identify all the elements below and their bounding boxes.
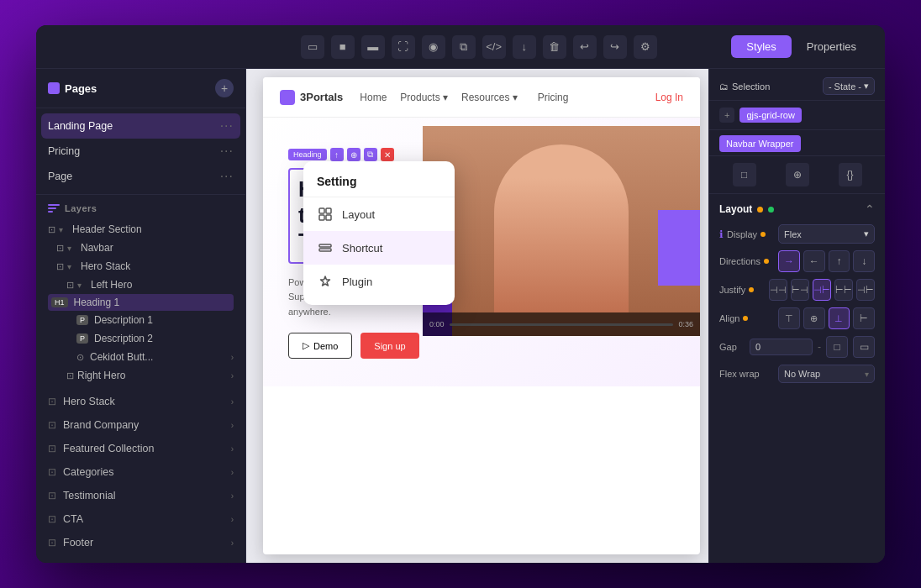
- justify-btn-around[interactable]: ⊢⊢: [834, 279, 853, 301]
- page-item-page[interactable]: Page ···: [36, 164, 245, 189]
- video-progress-bar[interactable]: [450, 323, 674, 326]
- page-menu-landing[interactable]: ···: [220, 118, 234, 134]
- tree-label-desc1: Description 1: [94, 314, 153, 326]
- gap-input[interactable]: 0: [750, 339, 813, 355]
- ctrl-move-icon[interactable]: ⊕: [347, 148, 361, 161]
- canvas-frame: 3Portals Home Products ▾ Resources ▾ Pri…: [263, 77, 700, 554]
- tree-item-heading1[interactable]: H1 Heading 1: [48, 294, 234, 311]
- plus-icon: +: [724, 110, 729, 120]
- toolbar-icon-redo[interactable]: ↪: [603, 35, 627, 59]
- toolbar-icon-responsive[interactable]: ⧉: [452, 35, 476, 59]
- add-class-btn[interactable]: +: [719, 108, 734, 123]
- toolbar-icon-rect[interactable]: ▬: [361, 35, 385, 59]
- page-item-landing[interactable]: Landing Page ···: [41, 113, 240, 139]
- svg-rect-1: [326, 208, 331, 213]
- chevron-right-icon: ›: [231, 397, 234, 407]
- tree-item-left-hero[interactable]: ⊡ ▾ Left Hero: [48, 276, 234, 294]
- nav-link-products[interactable]: Products ▾: [400, 92, 448, 103]
- page-item-pricing[interactable]: Pricing ···: [36, 139, 245, 164]
- tab-properties[interactable]: Properties: [792, 35, 871, 58]
- toolbar-icon-undo[interactable]: ↩: [573, 35, 597, 59]
- dir-btn-up[interactable]: ↑: [829, 250, 850, 272]
- flexwrap-select[interactable]: No Wrap ▾: [778, 365, 875, 383]
- add-page-button[interactable]: +: [215, 79, 234, 97]
- tree-item-right-hero[interactable]: ⊡ Right Hero ›: [48, 366, 234, 385]
- align-btn-bottom[interactable]: ⊥: [829, 307, 850, 329]
- nav-link-pricing[interactable]: Pricing: [538, 92, 569, 103]
- canvas-video: ▶ 0:00 0:36: [423, 126, 700, 336]
- popup-item-shortcut[interactable]: Shortcut: [303, 231, 455, 265]
- display-row: ℹ Display Flex ▾: [719, 224, 875, 244]
- gap-icon-row[interactable]: □: [826, 336, 848, 358]
- flexwrap-label: Flex wrap: [719, 369, 778, 379]
- ctrl-delete-icon[interactable]: ✕: [381, 148, 394, 161]
- nav-logo: 3Portals: [280, 90, 343, 105]
- section-item-featured-collection[interactable]: ⊡ Featured Collection ›: [36, 437, 245, 460]
- section-label-cta: CTA: [63, 513, 83, 525]
- tab-styles[interactable]: Styles: [731, 35, 791, 58]
- svg-rect-0: [319, 208, 324, 213]
- panel-icon-spacing[interactable]: □: [733, 163, 756, 186]
- toolbar-icon-download[interactable]: ↓: [513, 35, 536, 59]
- state-select[interactable]: - State - ▾: [823, 77, 875, 95]
- section-item-categories[interactable]: ⊡ Categories ›: [36, 460, 245, 484]
- nav-login-link[interactable]: Log In: [655, 92, 683, 103]
- folder-icon: ⊡: [48, 224, 55, 235]
- tree-item-navbar[interactable]: ⊡ ▾ Navbar: [48, 239, 234, 257]
- collapse-layout-button[interactable]: ⌃: [865, 202, 875, 216]
- align-btn-middle[interactable]: ⊕: [803, 307, 825, 329]
- demo-button[interactable]: ▷ Demo: [288, 333, 352, 359]
- display-value: Flex: [784, 229, 802, 239]
- toolbar-icon-eye[interactable]: ◉: [422, 35, 445, 59]
- toolbar-icon-stop[interactable]: ■: [331, 35, 355, 59]
- ctrl-copy-icon[interactable]: ⧉: [364, 148, 377, 161]
- align-btn-stretch[interactable]: ⊢: [853, 307, 875, 329]
- popup-item-plugin[interactable]: Plugin: [303, 265, 455, 298]
- section-item-footer[interactable]: ⊡ Footer ›: [36, 531, 245, 554]
- chevron-right-icon: ›: [231, 515, 234, 524]
- tree-item-header-section[interactable]: ⊡ ▾ Header Section: [48, 220, 234, 239]
- tree-item-hero-stack[interactable]: ⊡ ▾ Hero Stack: [48, 257, 234, 276]
- flexwrap-value: No Wrap: [784, 369, 820, 379]
- panel-icon-code[interactable]: {}: [839, 163, 862, 186]
- p-tag: P: [76, 333, 88, 344]
- gap-icon-col[interactable]: ▭: [853, 336, 875, 358]
- dot-justify: [749, 287, 754, 292]
- nav-link-home[interactable]: Home: [360, 92, 387, 103]
- nav-link-resources[interactable]: Resources ▾: [461, 92, 518, 103]
- section-item-hero-stack[interactable]: ⊡ Hero Stack ›: [36, 390, 245, 413]
- toolbar-icon-settings[interactable]: ⚙: [634, 35, 657, 59]
- dir-btn-right[interactable]: →: [778, 250, 800, 272]
- toolbar-icon-trash[interactable]: 🗑: [543, 35, 566, 59]
- chevron-right-icon: ›: [231, 353, 234, 362]
- justify-btn-evenly[interactable]: ⊣⊢: [856, 279, 875, 301]
- ctrl-up-icon[interactable]: ↑: [330, 148, 344, 161]
- svg-rect-3: [326, 215, 331, 220]
- info-icon: ℹ: [719, 228, 724, 240]
- justify-btn-center[interactable]: ⊢⊣: [791, 279, 809, 301]
- toolbar-icon-code[interactable]: </>: [482, 35, 506, 59]
- toolbar-icon-device-mobile[interactable]: ▭: [301, 35, 324, 59]
- dir-btn-left[interactable]: ←: [803, 250, 825, 272]
- tree-item-desc2[interactable]: P Description 2: [48, 329, 234, 348]
- panel-icon-align[interactable]: ⊕: [786, 163, 809, 186]
- directions-row: Directions → ← ↑ ↓: [719, 250, 875, 272]
- align-btn-top[interactable]: ⊤: [778, 307, 800, 329]
- page-menu-page[interactable]: ···: [220, 169, 234, 184]
- justify-btn-between[interactable]: ⊣⊢: [813, 279, 831, 301]
- tree-item-cekidot[interactable]: ⊙ Cekidot Butt... ›: [48, 348, 234, 366]
- chevron-icon: ▾: [67, 244, 77, 253]
- folder-icon: ⊡: [66, 280, 74, 291]
- dir-btn-down[interactable]: ↓: [853, 250, 875, 272]
- toolbar-icon-fullscreen[interactable]: ⛶: [392, 35, 415, 59]
- popup-item-layout[interactable]: Layout: [303, 197, 455, 231]
- section-item-cta[interactable]: ⊡ CTA ›: [36, 507, 245, 531]
- section-item-brand-company[interactable]: ⊡ Brand Company ›: [36, 413, 245, 437]
- class-tag[interactable]: gjs-grid-row: [739, 108, 801, 123]
- justify-btn-start[interactable]: ⊣⊣: [769, 279, 787, 301]
- tree-item-desc1[interactable]: P Description 1: [48, 311, 234, 329]
- page-menu-pricing[interactable]: ···: [220, 144, 234, 159]
- display-select[interactable]: Flex ▾: [778, 224, 875, 244]
- signup-button[interactable]: Sign up: [361, 333, 418, 359]
- section-item-testimonial[interactable]: ⊡ Testimonial ›: [36, 484, 245, 507]
